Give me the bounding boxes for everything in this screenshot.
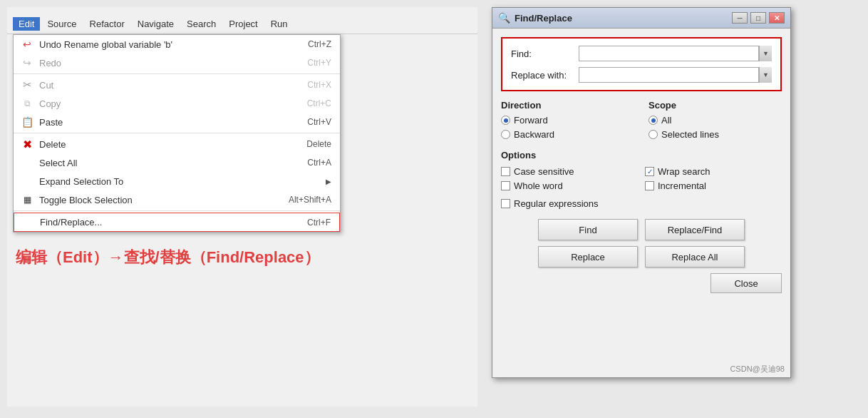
- backward-radio[interactable]: [501, 130, 510, 139]
- menu-item-redo[interactable]: ↪ Redo Ctrl+Y: [14, 53, 340, 72]
- find-row: Find: ▼: [511, 46, 772, 61]
- expand-selection-label: Expand Selection To: [39, 176, 326, 187]
- dialog-title: 🔍 Find/Replace: [498, 12, 572, 24]
- find-input-container: [579, 46, 759, 61]
- copy-shortcut: Ctrl+C: [307, 98, 331, 108]
- menu-item-undo[interactable]: ↩ Undo Rename global variable 'b' Ctrl+Z: [14, 35, 340, 53]
- replace-input[interactable]: [582, 68, 755, 82]
- whole-word-label: Whole word: [514, 180, 563, 191]
- backward-label: Backward: [514, 129, 554, 140]
- btn-row-1: Find Replace/Find: [501, 219, 782, 240]
- replace-find-button[interactable]: Replace/Find: [645, 219, 745, 240]
- whole-word-option[interactable]: Whole word: [501, 180, 638, 191]
- case-sensitive-checkbox[interactable]: [501, 167, 510, 176]
- selected-lines-radio[interactable]: [649, 130, 658, 139]
- scope-radio-group: All Selected lines: [649, 115, 782, 140]
- all-radio[interactable]: [649, 116, 658, 125]
- menu-bar-project[interactable]: Project: [223, 17, 263, 31]
- select-all-label: Select All: [39, 158, 293, 168]
- menu-item-delete[interactable]: ✖ Delete Delete: [14, 135, 340, 153]
- menu-item-paste[interactable]: 📋 Paste Ctrl+V: [14, 113, 340, 131]
- forward-radio[interactable]: [501, 116, 510, 125]
- dialog-titlebar: 🔍 Find/Replace ─ □ ✕: [492, 8, 790, 29]
- options-title: Options: [501, 150, 782, 160]
- find-replace-shortcut: Ctrl+F: [307, 218, 331, 228]
- find-replace-dialog: 🔍 Find/Replace ─ □ ✕ Find: ▼ Replace wit…: [492, 7, 791, 378]
- select-all-shortcut: Ctrl+A: [307, 158, 331, 168]
- redo-shortcut: Ctrl+Y: [307, 58, 331, 68]
- scope-all[interactable]: All: [649, 115, 782, 126]
- find-button[interactable]: Find: [538, 219, 638, 240]
- direction-section: Direction Forward Backward: [501, 100, 634, 140]
- forward-label: Forward: [514, 115, 548, 126]
- delete-label: Delete: [39, 139, 292, 150]
- menu-bar-navigate[interactable]: Navigate: [132, 17, 180, 31]
- dialog-body: Find: ▼ Replace with: ▼ Direction: [492, 29, 790, 302]
- replace-button[interactable]: Replace: [538, 246, 638, 267]
- regex-option[interactable]: Regular expressions: [501, 198, 782, 209]
- watermark: CSDN@吴迪98: [730, 364, 785, 374]
- direction-forward[interactable]: Forward: [501, 115, 634, 126]
- menu-bar-source[interactable]: Source: [41, 17, 82, 31]
- delete-icon: ✖: [21, 138, 33, 151]
- incremental-label: Incremental: [658, 180, 706, 191]
- scope-selected-lines[interactable]: Selected lines: [649, 129, 782, 140]
- redo-icon: ↪: [21, 56, 33, 69]
- menu-bar-run[interactable]: Run: [265, 17, 294, 31]
- regex-label: Regular expressions: [514, 198, 599, 209]
- paste-shortcut: Ctrl+V: [307, 117, 331, 127]
- menu-item-select-all[interactable]: Select All Ctrl+A: [14, 153, 340, 172]
- annotation-text: 编辑（Edit）→查找/替换（Find/Replace）: [7, 241, 477, 274]
- incremental-option[interactable]: Incremental: [645, 180, 782, 191]
- left-panel: Edit Source Refactor Navigate Search Pro…: [7, 7, 477, 407]
- close-button[interactable]: ✕: [769, 12, 785, 24]
- dialog-icon: 🔍: [498, 12, 510, 24]
- whole-word-checkbox[interactable]: [501, 181, 510, 190]
- replace-input-container: [579, 67, 759, 83]
- regex-checkbox[interactable]: [501, 199, 510, 208]
- divider-3: [14, 210, 340, 211]
- wrap-search-label: Wrap search: [658, 166, 710, 177]
- options-grid: Case sensitive Wrap search Whole word In…: [501, 166, 782, 209]
- copy-label: Copy: [39, 98, 293, 109]
- cut-icon: ✂: [21, 78, 33, 91]
- menu-item-copy[interactable]: ⧉ Copy Ctrl+C: [14, 94, 340, 113]
- scope-title: Scope: [649, 100, 782, 111]
- cut-label: Cut: [39, 80, 293, 91]
- menu-item-toggle-block[interactable]: ▦ Toggle Block Selection Alt+Shift+A: [14, 190, 340, 209]
- replace-row: Replace with: ▼: [511, 67, 772, 83]
- incremental-checkbox[interactable]: [645, 181, 654, 190]
- copy-icon: ⧉: [21, 97, 33, 110]
- find-dropdown-arrow[interactable]: ▼: [759, 46, 772, 61]
- menu-bar-edit[interactable]: Edit: [13, 17, 40, 31]
- find-input[interactable]: [582, 46, 755, 61]
- menu-bar: Edit Source Refactor Navigate Search Pro…: [7, 14, 477, 34]
- menu-bar-search[interactable]: Search: [181, 17, 222, 31]
- case-sensitive-option[interactable]: Case sensitive: [501, 166, 638, 177]
- menu-item-find-replace[interactable]: Find/Replace... Ctrl+F: [14, 213, 340, 232]
- undo-shortcut: Ctrl+Z: [308, 39, 331, 49]
- field-group: Find: ▼ Replace with: ▼: [501, 37, 782, 91]
- direction-radio-group: Forward Backward: [501, 115, 634, 140]
- toggle-block-label: Toggle Block Selection: [39, 195, 274, 205]
- toggle-block-shortcut: Alt+Shift+A: [289, 195, 331, 205]
- direction-backward[interactable]: Backward: [501, 129, 634, 140]
- button-group: Find Replace/Find Replace Replace All Cl…: [501, 219, 782, 293]
- wrap-search-option[interactable]: Wrap search: [645, 166, 782, 177]
- scope-section: Scope All Selected lines: [649, 100, 782, 140]
- undo-label: Undo Rename global variable 'b': [39, 39, 294, 50]
- options-section: Options Case sensitive Wrap search Whole…: [501, 150, 782, 209]
- menu-bar-refactor[interactable]: Refactor: [84, 17, 130, 31]
- replace-dropdown-arrow[interactable]: ▼: [759, 67, 772, 83]
- undo-icon: ↩: [21, 38, 33, 51]
- minimize-button[interactable]: ─: [732, 12, 748, 24]
- menu-item-cut[interactable]: ✂ Cut Ctrl+X: [14, 76, 340, 94]
- divider-2: [14, 133, 340, 133]
- close-dialog-button[interactable]: Close: [711, 273, 782, 293]
- wrap-search-checkbox[interactable]: [645, 167, 654, 176]
- close-row: Close: [501, 273, 782, 293]
- restore-button[interactable]: □: [750, 12, 766, 24]
- menu-item-expand-selection[interactable]: Expand Selection To ▶: [14, 172, 340, 190]
- replace-all-button[interactable]: Replace All: [645, 246, 745, 267]
- edit-dropdown-menu: ↩ Undo Rename global variable 'b' Ctrl+Z…: [13, 34, 341, 233]
